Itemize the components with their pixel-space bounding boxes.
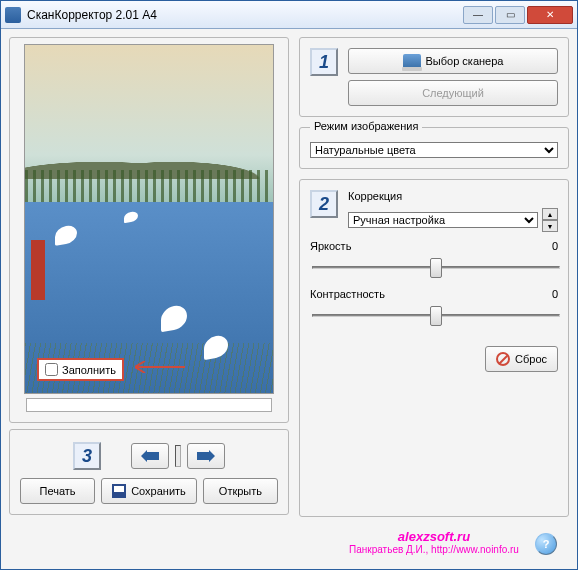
- arrow-left-icon: [141, 450, 159, 462]
- no-sign-icon: [496, 352, 510, 366]
- correction-spinner[interactable]: ▲ ▼: [542, 208, 558, 232]
- annotation-arrow-icon: [135, 361, 185, 373]
- step-2-icon: 2: [310, 190, 338, 218]
- scanner-icon: [403, 54, 421, 68]
- brightness-label: Яркость: [310, 240, 351, 252]
- save-button[interactable]: Сохранить: [101, 478, 197, 504]
- spin-down-button[interactable]: ▼: [542, 220, 558, 232]
- prev-button[interactable]: [131, 443, 169, 469]
- correction-mode-select[interactable]: Ручная настройка: [348, 212, 538, 228]
- close-button[interactable]: ✕: [527, 6, 573, 24]
- fill-label: Заполнить: [62, 364, 116, 376]
- print-button[interactable]: Печать: [20, 478, 95, 504]
- minimize-button[interactable]: —: [463, 6, 493, 24]
- floppy-icon: [112, 484, 126, 498]
- progress-bar: [26, 398, 272, 412]
- scanner-group: 1 Выбор сканера Следующий: [299, 37, 569, 117]
- image-mode-select[interactable]: Натуральные цвета: [310, 142, 558, 158]
- contrast-label: Контрастность: [310, 288, 385, 300]
- window-title: СканКорректор 2.01 A4: [27, 8, 463, 22]
- step-1-icon: 1: [310, 48, 338, 76]
- next-nav-button[interactable]: [187, 443, 225, 469]
- contrast-value: 0: [552, 288, 558, 300]
- reset-button[interactable]: Сброс: [485, 346, 558, 372]
- correction-group: 2 Коррекция Ручная настройка ▲ ▼: [299, 179, 569, 517]
- credit-text: Панкратьев Д.И., http://www.noinfo.ru: [349, 544, 519, 555]
- fill-checkbox[interactable]: [45, 363, 58, 376]
- titlebar: СканКорректор 2.01 A4 — ▭ ✕: [1, 1, 577, 29]
- image-mode-group: Режим изображения Натуральные цвета: [299, 127, 569, 169]
- app-icon: [5, 7, 21, 23]
- maximize-button[interactable]: ▭: [495, 6, 525, 24]
- preview-group: Заполнить: [9, 37, 289, 423]
- arrow-right-icon: [197, 450, 215, 462]
- open-button[interactable]: Открыть: [203, 478, 278, 504]
- nav-group: 3 Печать Сохранить: [9, 429, 289, 515]
- brightness-slider[interactable]: [312, 256, 560, 278]
- footer-area: alexzsoft.ru Панкратьев Д.И., http://www…: [299, 527, 569, 561]
- app-window: СканКорректор 2.01 A4 — ▭ ✕: [0, 0, 578, 570]
- nav-separator: [175, 445, 181, 467]
- contrast-slider[interactable]: [312, 304, 560, 326]
- help-button[interactable]: ?: [535, 533, 557, 555]
- select-scanner-button[interactable]: Выбор сканера: [348, 48, 558, 74]
- next-button[interactable]: Следующий: [348, 80, 558, 106]
- step-3-icon: 3: [73, 442, 101, 470]
- correction-label: Коррекция: [348, 190, 558, 202]
- fill-checkbox-frame: Заполнить: [37, 358, 124, 381]
- brightness-value: 0: [552, 240, 558, 252]
- spin-up-button[interactable]: ▲: [542, 208, 558, 220]
- image-mode-legend: Режим изображения: [310, 120, 422, 132]
- scan-preview: Заполнить: [24, 44, 274, 394]
- site-link[interactable]: alexzsoft.ru: [349, 529, 519, 544]
- content-area: Заполнить 3: [1, 29, 577, 569]
